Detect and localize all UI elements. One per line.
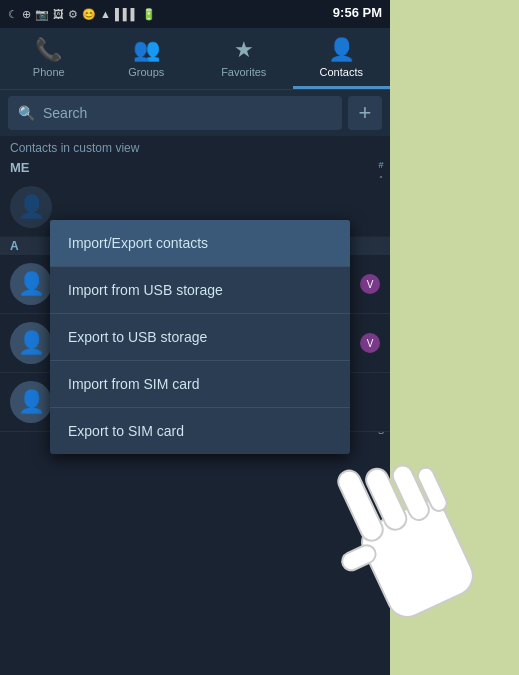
search-icon: 🔍 xyxy=(18,105,35,121)
dropdown-item-import-usb[interactable]: Import from USB storage xyxy=(50,267,350,314)
camera-icon: 📷 xyxy=(35,8,49,21)
tab-favorites[interactable]: ★ Favorites xyxy=(195,28,293,89)
contacts-me-label: ME xyxy=(0,157,390,178)
search-placeholder: Search xyxy=(43,105,87,121)
status-icons-left: ☾ ⊕ 📷 🖼 ⚙ 😊 ▲ ▌▌▌ 🔋 xyxy=(8,8,156,21)
person-icon: 👤 xyxy=(18,271,45,297)
viber-badge: V xyxy=(360,274,380,294)
groups-icon: 👥 xyxy=(133,37,160,63)
avatar: 👤 xyxy=(10,186,52,228)
dropdown-item-export-usb[interactable]: Export to USB storage xyxy=(50,314,350,361)
search-input-wrap[interactable]: 🔍 Search xyxy=(8,96,342,130)
wifi-icon: ▲ xyxy=(100,8,111,20)
tab-contacts-label: Contacts xyxy=(320,66,363,78)
person-icon: 👤 xyxy=(18,330,45,356)
export-sim-label: Export to SIM card xyxy=(68,423,184,439)
contacts-header: Contacts in custom view xyxy=(0,136,390,157)
image-icon: 🖼 xyxy=(53,8,64,20)
import-export-label: Import/Export contacts xyxy=(68,235,208,251)
alpha-hash[interactable]: # xyxy=(378,158,383,172)
contacts-icon: 👤 xyxy=(328,37,355,63)
search-bar: 🔍 Search + xyxy=(0,90,390,136)
import-usb-label: Import from USB storage xyxy=(68,282,223,298)
phone-icon: 📞 xyxy=(35,37,62,63)
avatar: 👤 xyxy=(10,263,52,305)
add-contact-button[interactable]: + xyxy=(348,96,382,130)
tab-groups[interactable]: 👥 Groups xyxy=(98,28,196,89)
dropdown-menu: Import/Export contacts Import from USB s… xyxy=(50,220,350,454)
tab-phone[interactable]: 📞 Phone xyxy=(0,28,98,89)
tab-groups-label: Groups xyxy=(128,66,164,78)
avatar: 👤 xyxy=(10,322,52,364)
sync-icon: ⊕ xyxy=(22,8,31,21)
status-bar: ☾ ⊕ 📷 🖼 ⚙ 😊 ▲ ▌▌▌ 🔋 9:56 PM xyxy=(0,0,390,28)
viber-icon: V xyxy=(367,279,374,290)
svg-rect-4 xyxy=(415,465,449,513)
phone-screen: ☾ ⊕ 📷 🖼 ⚙ 😊 ▲ ▌▌▌ 🔋 9:56 PM 📞 Phone 👥 Gr… xyxy=(0,0,390,675)
signal-icon: ▌▌▌ xyxy=(115,8,138,20)
tab-contacts[interactable]: 👤 Contacts xyxy=(293,28,391,89)
favorites-icon: ★ xyxy=(234,37,254,63)
emoji-icon: 😊 xyxy=(82,8,96,21)
viber-icon: V xyxy=(367,338,374,349)
tab-bar: 📞 Phone 👥 Groups ★ Favorites 👤 Contacts xyxy=(0,28,390,90)
battery-icon: 🔋 xyxy=(142,8,156,21)
dropdown-item-import-sim[interactable]: Import from SIM card xyxy=(50,361,350,408)
moon-icon: ☾ xyxy=(8,8,18,21)
avatar: 👤 xyxy=(10,381,52,423)
export-usb-label: Export to USB storage xyxy=(68,329,207,345)
person-icon: 👤 xyxy=(18,389,45,415)
settings-icon: ⚙ xyxy=(68,8,78,21)
dropdown-item-export-sim[interactable]: Export to SIM card xyxy=(50,408,350,454)
add-icon: + xyxy=(359,100,372,126)
person-icon: 👤 xyxy=(18,194,45,220)
dropdown-item-import-export[interactable]: Import/Export contacts xyxy=(50,220,350,267)
tab-favorites-label: Favorites xyxy=(221,66,266,78)
svg-rect-3 xyxy=(389,462,432,523)
viber-badge: V xyxy=(360,333,380,353)
import-sim-label: Import from SIM card xyxy=(68,376,199,392)
tab-phone-label: Phone xyxy=(33,66,65,78)
contacts-view-label: Contacts in custom view xyxy=(10,141,139,155)
status-time: 9:56 PM xyxy=(333,5,382,20)
